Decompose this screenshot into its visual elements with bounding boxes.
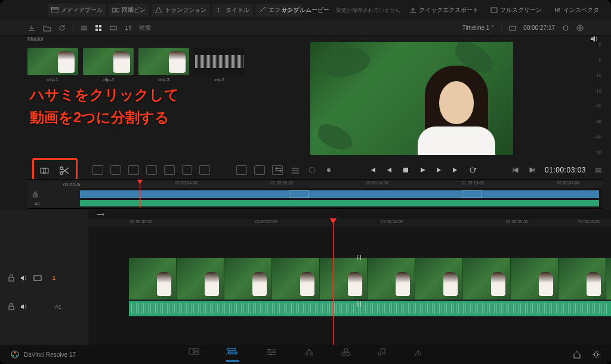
playhead[interactable]	[333, 218, 334, 345]
lock-icon[interactable]	[8, 274, 14, 282]
svg-rect-49	[9, 277, 14, 281]
bin-label: Master	[27, 36, 263, 42]
inspector-toggle[interactable]: インスペクタ	[550, 4, 603, 17]
svg-rect-21	[99, 29, 101, 31]
svg-point-40	[327, 168, 331, 172]
lock-icon[interactable]	[8, 303, 14, 310]
mini-clip-segment[interactable]	[289, 190, 309, 198]
prev-edit-icon[interactable]	[511, 166, 520, 174]
project-title: サンプルムービー	[282, 6, 329, 14]
transition-toggle[interactable]: トランジション	[152, 4, 210, 17]
strip-view-icon[interactable]	[109, 25, 118, 31]
tab-edit[interactable]	[266, 347, 277, 362]
export-icon	[409, 7, 416, 13]
place-on-top-tool[interactable]	[164, 165, 175, 175]
mini-video-clip[interactable]	[80, 190, 599, 198]
options-icon[interactable]	[274, 166, 283, 174]
speaker-icon[interactable]	[20, 303, 27, 310]
ripple-overwrite-tool[interactable]	[199, 165, 210, 175]
settings-icon[interactable]	[576, 24, 584, 32]
jump-start-icon[interactable]	[368, 166, 377, 174]
refresh-icon[interactable]	[58, 24, 66, 32]
svg-point-34	[276, 168, 278, 169]
dissolve-tool[interactable]	[254, 165, 265, 175]
media-clip-audio[interactable]: .mp3	[194, 48, 245, 82]
sort-icon[interactable]	[125, 24, 132, 32]
insert-tool[interactable]	[110, 165, 121, 175]
mediapool-toggle[interactable]: メディアプール	[48, 4, 106, 17]
media-clip[interactable]: clip-2	[83, 48, 134, 82]
timeline-overview[interactable]: 01:00:00:00 1 A1 01:00:04:20 01:00:09:15…	[27, 179, 603, 209]
marker-icon[interactable]	[308, 166, 316, 174]
svg-text:T: T	[217, 7, 220, 13]
audio-track[interactable]	[129, 301, 611, 316]
inspector-icon	[554, 7, 561, 13]
preview-viewer[interactable]	[310, 42, 513, 155]
svg-point-54	[13, 355, 14, 357]
home-icon[interactable]	[573, 350, 581, 359]
tab-color[interactable]	[341, 347, 351, 362]
next-edit-icon[interactable]	[528, 166, 536, 174]
search-input[interactable]	[139, 24, 187, 31]
blade-tool-icon[interactable]	[39, 166, 50, 178]
mini-playhead[interactable]	[140, 180, 140, 208]
timeline-name-dropdown[interactable]: Timeline 1 ˅	[462, 24, 495, 31]
tools-icon[interactable]	[562, 24, 569, 32]
append-tool[interactable]	[92, 165, 103, 175]
tab-media[interactable]	[188, 347, 200, 362]
stop-icon[interactable]	[402, 166, 410, 174]
syncbin-toggle[interactable]: 同期ビン	[109, 4, 149, 17]
viewer-menu-icon[interactable]	[594, 166, 603, 174]
options2-icon[interactable]	[291, 166, 300, 174]
source-overwrite-tool[interactable]	[182, 165, 193, 175]
closeup-tool[interactable]	[146, 165, 157, 175]
svg-point-55	[16, 355, 18, 357]
svg-point-69	[310, 353, 313, 355]
video-track[interactable]	[129, 258, 611, 300]
loop-icon[interactable]	[468, 166, 477, 174]
list-view-icon[interactable]	[81, 24, 88, 32]
video-track-header[interactable]: 1	[0, 274, 88, 282]
audio-track-header[interactable]: A1	[0, 303, 88, 310]
speaker-icon[interactable]	[20, 274, 27, 282]
viewer-timecode: 01:00:03:03	[545, 166, 586, 174]
fullscreen-button[interactable]: フルスクリーン	[487, 4, 545, 17]
transition-tool[interactable]	[236, 165, 247, 175]
timeline-ruler[interactable]: 01:00:00:00 01:00:02:00 01:00:04:00 01:0…	[88, 218, 611, 227]
audio-db-scale: 0-5-10-15-20-30-40-50	[586, 42, 601, 155]
tab-fusion[interactable]	[304, 347, 314, 362]
tab-cut[interactable]	[226, 347, 239, 362]
next-frame-icon[interactable]	[435, 166, 443, 174]
play-icon[interactable]	[418, 166, 427, 174]
ripple-tool[interactable]	[128, 165, 139, 175]
syncbin-icon	[112, 7, 119, 13]
svg-point-68	[306, 353, 308, 355]
media-clip[interactable]: clip-1	[27, 48, 78, 82]
quick-export-button[interactable]: クイックエクスポート	[406, 4, 482, 17]
timeline-tracks[interactable]: ⟶ 01:00:00:00 01:00:02:00 01:00:04:00 01…	[88, 210, 611, 345]
tab-deliver[interactable]	[413, 347, 423, 362]
thumb-view-icon[interactable]	[95, 24, 102, 32]
scissors-icon[interactable]	[58, 165, 70, 178]
in-out-marker: [·]	[357, 301, 362, 307]
folder-icon[interactable]	[43, 24, 51, 32]
import-icon[interactable]	[27, 24, 36, 32]
marker-dot-icon[interactable]	[325, 166, 333, 174]
mini-clip-segment[interactable]	[462, 190, 482, 198]
mini-ruler[interactable]: 01:00:04:20 01:00:09:15 01:00:14:10 01:0…	[80, 180, 603, 188]
tab-fairlight[interactable]	[378, 347, 387, 362]
svg-point-35	[280, 170, 282, 172]
fullscreen-label: フルスクリーン	[500, 6, 542, 14]
zoom-in-icon[interactable]: ⟶	[97, 211, 104, 217]
mini-audio-clip[interactable]	[80, 200, 599, 206]
title-toggle[interactable]: T タイトル	[212, 4, 253, 17]
mini-audiotrack-label: A1	[35, 201, 41, 206]
prev-frame-icon[interactable]	[385, 166, 393, 174]
media-clip[interactable]: clip-3	[138, 48, 189, 82]
gear-icon[interactable]	[592, 350, 600, 359]
svg-rect-20	[95, 29, 98, 31]
jump-end-icon[interactable]	[452, 166, 460, 174]
save-status: 変更が保存されていません	[336, 7, 400, 14]
lock-icon[interactable]	[32, 192, 38, 198]
display-track-icon[interactable]	[33, 275, 42, 281]
